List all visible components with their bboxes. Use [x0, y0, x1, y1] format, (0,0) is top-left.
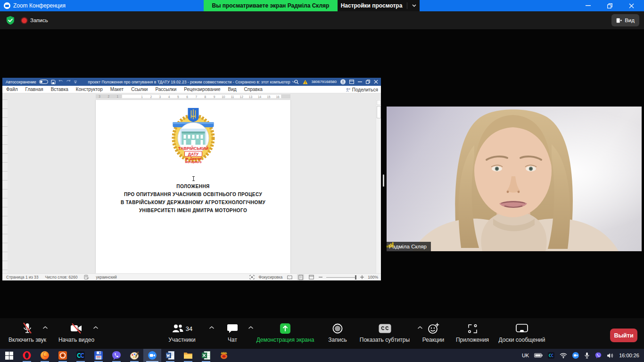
camera-off-icon — [70, 322, 83, 335]
tab-design[interactable]: Конструктор — [72, 87, 107, 92]
taskbar-recorder[interactable] — [54, 349, 72, 362]
unmute-button[interactable]: Включить звук — [4, 322, 51, 343]
word-minimize-icon[interactable] — [358, 82, 362, 82]
zoom-in-icon[interactable] — [360, 275, 364, 279]
proofing-icon[interactable] — [84, 275, 89, 280]
chat-options-chevron[interactable] — [248, 326, 254, 329]
scrollbar-thumb[interactable] — [377, 106, 381, 118]
participants-options-chevron[interactable] — [209, 326, 215, 329]
focus-label[interactable]: Фокусировка — [258, 275, 282, 280]
viber-tray-icon[interactable] — [595, 352, 602, 359]
word-close-icon[interactable] — [374, 80, 378, 84]
heading-line: В ТАВРІЙСЬКОМУ ДЕРЖАВНОМУ АГРОТЕХНОЛОГІЧ… — [96, 198, 290, 206]
whiteboards-button[interactable]: Доски сообщений — [494, 322, 550, 343]
ruler-left-numbers: 321 — [96, 94, 122, 99]
restore-button[interactable] — [600, 0, 619, 11]
battery-icon[interactable] — [534, 353, 543, 358]
share-button[interactable]: Поделиться — [346, 86, 378, 93]
autosave-toggle[interactable] — [39, 80, 48, 84]
zoom-out-icon[interactable] — [319, 275, 322, 279]
word-count[interactable]: Число слов: 6260 — [45, 275, 77, 280]
word-restore-icon[interactable] — [366, 80, 370, 84]
clock[interactable]: 16:00:26 — [619, 353, 639, 358]
scroll-up-button[interactable] — [377, 100, 381, 105]
tab-layout[interactable]: Макет — [107, 87, 127, 92]
wifi-icon[interactable] — [560, 353, 567, 358]
taskbar-viber[interactable] — [107, 349, 125, 362]
panel-divider-handle[interactable] — [383, 174, 384, 187]
floppy-app-icon — [94, 351, 103, 360]
leave-button[interactable]: Выйти — [610, 329, 637, 342]
taskbar-media-player[interactable] — [215, 349, 233, 362]
taskbar-excel[interactable] — [197, 349, 215, 362]
chat-button[interactable]: Чат — [218, 322, 247, 343]
participants-button[interactable]: 34 Участники — [156, 322, 208, 343]
taskbar-word[interactable] — [161, 349, 179, 362]
taskbar-zoom[interactable] — [143, 349, 161, 362]
web-layout-icon[interactable] — [308, 274, 315, 280]
undo-icon[interactable] — [58, 80, 63, 84]
video-options-chevron[interactable] — [93, 326, 99, 329]
share-screen-button[interactable]: Демонстрация экрана — [255, 322, 316, 343]
record-dot-icon — [22, 18, 27, 23]
capcut-tray-icon[interactable] — [548, 352, 554, 359]
record-button[interactable]: Запись — [322, 322, 353, 343]
autosave-label: Автосохранение — [6, 80, 36, 84]
print-layout-icon[interactable] — [297, 274, 304, 280]
focus-icon — [249, 275, 255, 280]
warning-icon[interactable] — [303, 80, 308, 84]
security-shield-icon[interactable] — [6, 16, 15, 25]
tab-references[interactable]: Ссылки — [127, 87, 151, 92]
taskbar-paint[interactable] — [125, 349, 143, 362]
document-heading: ПОЛОЖЕННЯ ПРО ОПИТУВАННЯ УЧАСНИКІВ ОСВІТ… — [96, 182, 290, 214]
tab-home[interactable]: Главная — [22, 87, 47, 92]
taskbar-capcut[interactable] — [72, 349, 90, 362]
account-avatar[interactable] — [340, 79, 346, 84]
view-button[interactable]: Вид — [611, 14, 639, 26]
taskbar-firefox[interactable] — [36, 349, 54, 362]
tab-review[interactable]: Рецензирование — [180, 87, 224, 92]
opera-browser-icon — [22, 351, 32, 360]
start-video-button[interactable]: Начать видео — [53, 322, 100, 343]
page-count[interactable]: Страница 1 из 33 — [6, 275, 38, 280]
captions-button[interactable]: Показать субтитры — [355, 322, 415, 343]
document-page[interactable]: ТАВРІЙСЬКИЙ ДАТУ ім. Дмитра Моторного ПО… — [96, 100, 290, 273]
participant-video[interactable]: Радміла Скляр — [387, 107, 642, 251]
recording-indicator[interactable]: Запись — [22, 11, 48, 29]
close-button[interactable] — [621, 0, 641, 11]
reactions-button[interactable]: Реакции — [417, 322, 449, 343]
speaker-icon[interactable] — [607, 353, 614, 359]
system-tray: UK 16:00:26 — [522, 352, 644, 359]
audio-options-chevron[interactable] — [42, 326, 48, 329]
share-screen-icon — [280, 322, 291, 335]
horizontal-ruler[interactable]: 321 12345678910111213141516 — [2, 93, 381, 99]
language-indicator[interactable]: UK — [522, 353, 529, 358]
search-icon[interactable] — [294, 80, 299, 84]
tab-file[interactable]: Файл — [2, 87, 22, 92]
language-indicator[interactable]: украинский — [96, 275, 116, 280]
quick-access-menu-icon[interactable] — [74, 80, 77, 84]
apps-button[interactable]: Приложения — [453, 322, 492, 343]
vertical-ruler[interactable] — [2, 99, 8, 273]
microphone-tray-icon[interactable] — [584, 352, 590, 359]
record-icon — [332, 322, 343, 335]
zoom-tray-icon[interactable] — [572, 352, 579, 359]
zoom-slider[interactable] — [326, 277, 356, 278]
redo-icon[interactable] — [66, 80, 71, 84]
taskbar-floppy-app[interactable] — [90, 349, 107, 362]
tab-mailings[interactable]: Рассылки — [151, 87, 180, 92]
taskbar-opera[interactable] — [18, 349, 36, 362]
read-mode-icon[interactable] — [286, 274, 293, 280]
start-button[interactable] — [0, 349, 18, 362]
zoom-percent[interactable]: 100% — [368, 275, 378, 280]
tab-help[interactable]: Справка — [240, 87, 266, 92]
tab-insert[interactable]: Вставка — [47, 87, 72, 92]
view-settings-button[interactable]: Настройки просмотра — [338, 0, 420, 11]
minimize-button[interactable] — [578, 0, 598, 11]
capcut-icon — [76, 351, 85, 360]
ribbon-display-options-icon[interactable] — [349, 80, 354, 84]
save-icon[interactable] — [51, 80, 56, 84]
tab-view[interactable]: Вид — [224, 87, 240, 92]
document-scrollbar[interactable] — [376, 99, 381, 273]
taskbar-file-explorer[interactable] — [179, 349, 197, 362]
